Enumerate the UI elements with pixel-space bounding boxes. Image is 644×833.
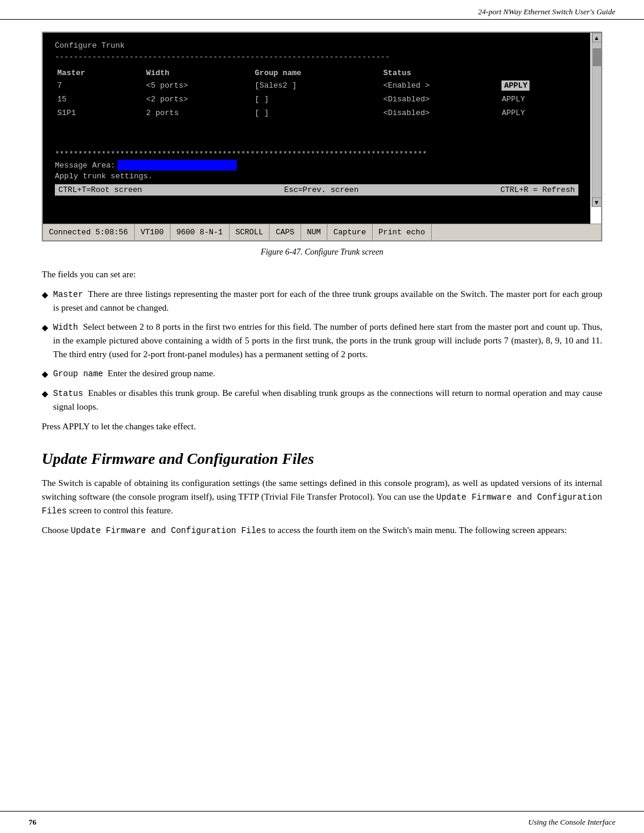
row3-width: 2 ports bbox=[144, 106, 252, 120]
desc-width: Select between 2 to 8 ports in the first… bbox=[53, 322, 602, 359]
row1-master: 7 bbox=[55, 79, 144, 92]
row3-master: S1P1 bbox=[55, 106, 144, 120]
scrollbar-track bbox=[593, 42, 601, 197]
terminal-divider: ----------------------------------------… bbox=[55, 52, 578, 61]
row3-status: <Disabled> bbox=[381, 106, 500, 120]
caps-indicator: CAPS bbox=[270, 224, 301, 240]
terminal-status-bar: CTRL+T=Root screen Esc=Prev. screen CTRL… bbox=[55, 184, 578, 196]
key-width: Width bbox=[53, 323, 78, 332]
status-bar-left: CTRL+T=Root screen bbox=[58, 185, 142, 194]
section-paragraph2: Choose Update Firmware and Configuration… bbox=[42, 524, 602, 537]
figure-caption: Figure 6-47. Configure Trunk screen bbox=[42, 247, 602, 257]
page-header: 24-port NWay Ethernet Switch User's Guid… bbox=[0, 0, 644, 20]
bullet-text-master: Master There are three listings represen… bbox=[53, 287, 602, 315]
row1-status: <Enabled > bbox=[381, 79, 500, 92]
terminal-type: VT100 bbox=[135, 224, 171, 240]
col-header-apply bbox=[499, 67, 578, 79]
status-bar-center: Esc=Prev. screen bbox=[284, 185, 358, 194]
key-master: Master bbox=[53, 290, 83, 299]
key-group: Group name bbox=[53, 369, 103, 379]
inline-code-1: Update Firmware and Configuration Files bbox=[42, 493, 602, 516]
list-item: ◆ Master There are three listings repres… bbox=[42, 287, 602, 315]
col-header-width: Width bbox=[144, 67, 252, 79]
list-item: ◆ Group name Enter the desired group nam… bbox=[42, 367, 602, 380]
row1-group: [Sales2 ] bbox=[252, 79, 380, 92]
bullet-text-status: Status Enables or disables this trunk gr… bbox=[53, 386, 602, 414]
terminal-screen: Configure Trunk ------------------------… bbox=[43, 33, 590, 224]
section-heading: Update Firmware and Configuration Files bbox=[42, 450, 602, 468]
scrollbar-thumb[interactable] bbox=[593, 48, 601, 66]
bullet-icon: ◆ bbox=[42, 289, 48, 301]
bullet-icon: ◆ bbox=[42, 388, 48, 400]
row2-group: [ ] bbox=[252, 92, 380, 106]
page-footer: 76 Using the Console Interface bbox=[0, 811, 644, 833]
row2-width: <2 ports> bbox=[144, 92, 252, 106]
footer-chapter: Using the Console Interface bbox=[528, 817, 615, 827]
desc-master: There are three listings representing th… bbox=[53, 289, 602, 312]
row1-width: <5 ports> bbox=[144, 79, 252, 92]
row2-apply[interactable]: APPLY bbox=[499, 92, 578, 106]
press-apply-text: Press APPLY to let the changes take effe… bbox=[42, 420, 602, 433]
section-paragraph1: The Switch is capable of obtaining its c… bbox=[42, 476, 602, 518]
table-row: S1P1 2 ports [ ] <Disabled> APPLY bbox=[55, 106, 578, 120]
scrollbar-down-button[interactable]: ▼ bbox=[592, 197, 602, 207]
terminal-table: Master Width Group name Status 7 <5 port… bbox=[55, 67, 578, 120]
key-status: Status bbox=[53, 389, 83, 398]
row1-apply[interactable]: APPLY bbox=[499, 79, 578, 92]
table-row: 7 <5 ports> [Sales2 ] <Enabled > APPLY bbox=[55, 79, 578, 92]
terminal-box: Configure Trunk ------------------------… bbox=[42, 32, 602, 241]
header-title: 24-port NWay Ethernet Switch User's Guid… bbox=[478, 7, 615, 17]
terminal-stars: ****************************************… bbox=[55, 150, 578, 159]
connected-status: Connected 5:08:56 bbox=[43, 224, 135, 240]
body-intro: The fields you can set are: bbox=[42, 268, 602, 281]
message-input-box[interactable] bbox=[117, 160, 237, 171]
list-item: ◆ Width Select between 2 to 8 ports in t… bbox=[42, 320, 602, 361]
desc-status: Enables or disables this trunk group. Be… bbox=[53, 388, 602, 411]
message-area-bar: Message Area: bbox=[55, 160, 578, 171]
col-header-master: Master bbox=[55, 67, 144, 79]
scrollbar-up-button[interactable]: ▲ bbox=[592, 33, 602, 42]
bullet-icon: ◆ bbox=[42, 368, 48, 380]
num-indicator: NUM bbox=[301, 224, 327, 240]
bullet-text-width: Width Select between 2 to 8 ports in the… bbox=[53, 320, 602, 361]
row3-group: [ ] bbox=[252, 106, 380, 120]
row2-master: 15 bbox=[55, 92, 144, 106]
list-item: ◆ Status Enables or disables this trunk … bbox=[42, 386, 602, 414]
bullet-icon: ◆ bbox=[42, 321, 48, 334]
print-echo-button[interactable]: Print echo bbox=[373, 224, 432, 240]
page-number: 76 bbox=[29, 817, 36, 827]
apply-button-highlighted[interactable]: APPLY bbox=[501, 80, 530, 91]
table-row: 15 <2 ports> [ ] <Disabled> APPLY bbox=[55, 92, 578, 106]
scroll-indicator: SCROLL bbox=[230, 224, 270, 240]
row2-status: <Disabled> bbox=[381, 92, 500, 106]
terminal-title: Configure Trunk bbox=[55, 41, 578, 50]
capture-button[interactable]: Capture bbox=[327, 224, 373, 240]
main-content: Configure Trunk ------------------------… bbox=[0, 20, 644, 567]
col-header-status: Status bbox=[381, 67, 500, 79]
bullet-list: ◆ Master There are three listings repres… bbox=[42, 287, 602, 414]
inline-code-2: Update Firmware and Configuration Files bbox=[71, 526, 267, 535]
terminal-wrapper: Configure Trunk ------------------------… bbox=[43, 33, 601, 224]
row3-apply[interactable]: APPLY bbox=[499, 106, 578, 120]
apply-trunk-text: Apply trunk settings. bbox=[55, 172, 578, 181]
bullet-text-group: Group name Enter the desired group name. bbox=[53, 367, 602, 380]
terminal-scrollbar: ▲ ▼ bbox=[592, 33, 601, 207]
col-header-group: Group name bbox=[252, 67, 380, 79]
message-area-label: Message Area: bbox=[55, 161, 115, 170]
desc-group: Enter the desired group name. bbox=[108, 368, 215, 378]
status-bar-right: CTRL+R = Refresh bbox=[500, 185, 575, 194]
connection-speed: 9600 8-N-1 bbox=[171, 224, 230, 240]
connected-bar: Connected 5:08:56 VT100 9600 8-N-1 SCROL… bbox=[43, 224, 601, 240]
